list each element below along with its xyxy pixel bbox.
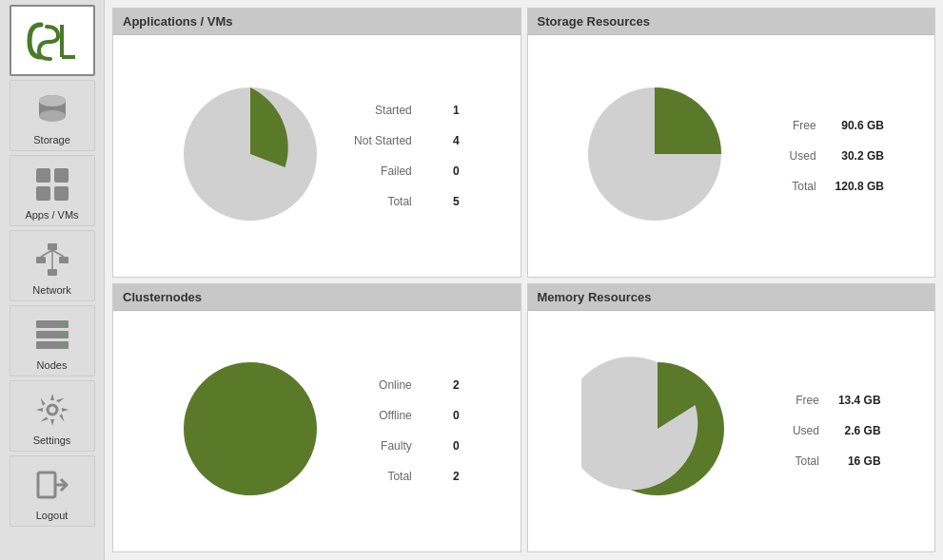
storage-body: Free 90.6 GB Used 30.2 GB Total 120.8 GB <box>528 35 935 277</box>
stat-memory-total: Total 16 GB <box>753 454 881 468</box>
settings-icon <box>29 387 75 433</box>
storage-icon <box>29 87 75 132</box>
storage-title: Storage Resources <box>528 9 935 35</box>
apps-vms-body: Started 1 Not Started 4 Failed 0 Total 5 <box>113 35 521 277</box>
memory-body: Free 13.4 GB Used 2.6 GB Total 16 GB <box>528 311 935 552</box>
stat-started: Started 1 <box>345 104 460 117</box>
stat-total-label: Total <box>345 195 412 208</box>
stat-not-started-label: Not Started <box>345 134 412 147</box>
stat-not-started: Not Started 4 <box>345 134 460 147</box>
svg-point-23 <box>48 405 57 415</box>
svg-rect-8 <box>36 186 50 201</box>
stat-storage-total-value: 120.8 GB <box>835 180 884 193</box>
stat-total-value: 5 <box>431 195 460 208</box>
sidebar-item-apps-vms[interactable]: Apps / VMs <box>10 155 95 226</box>
svg-rect-10 <box>48 243 57 250</box>
apps-vms-title: Applications / VMs <box>113 9 521 35</box>
nodes-icon <box>29 312 75 357</box>
svg-rect-13 <box>48 269 57 276</box>
stat-online-value: 2 <box>431 378 460 392</box>
stat-not-started-value: 4 <box>431 134 460 147</box>
stat-online: Online 2 <box>345 378 460 392</box>
sidebar-item-settings[interactable]: Settings <box>10 380 95 452</box>
svg-point-21 <box>61 333 65 337</box>
stat-offline-value: 0 <box>431 409 460 422</box>
stat-memory-used: Used 2.6 GB <box>753 424 881 437</box>
svg-point-22 <box>61 343 65 347</box>
svg-rect-6 <box>36 168 50 183</box>
sidebar: Storage Apps / VMs Networ <box>0 0 105 560</box>
svg-rect-11 <box>36 257 46 263</box>
logout-icon <box>29 462 75 508</box>
clusternodes-title: Clusternodes <box>113 284 521 311</box>
stat-cluster-total: Total 2 <box>345 470 460 483</box>
network-icon <box>29 237 75 282</box>
svg-point-20 <box>61 322 65 326</box>
svg-rect-9 <box>54 186 69 201</box>
svg-rect-24 <box>38 473 55 497</box>
stat-failed: Failed 0 <box>345 164 460 178</box>
stat-failed-label: Failed <box>345 164 412 178</box>
storage-chart-container: Free 90.6 GB Used 30.2 GB Total 120.8 GB <box>538 78 926 234</box>
stat-memory-free-value: 13.4 GB <box>838 394 881 407</box>
stat-storage-used-label: Used <box>750 149 816 163</box>
apps-vms-pie <box>174 78 326 234</box>
logo <box>10 5 95 76</box>
panel-apps-vms: Applications / VMs Started <box>112 8 521 278</box>
stat-cluster-total-label: Total <box>345 470 412 483</box>
apps-vms-icon <box>29 162 75 207</box>
stat-memory-total-label: Total <box>753 454 819 468</box>
svg-point-4 <box>39 110 66 122</box>
sidebar-item-storage[interactable]: Storage <box>10 80 95 151</box>
sidebar-settings-label: Settings <box>33 434 71 446</box>
stat-online-label: Online <box>345 378 412 392</box>
stat-storage-free-value: 90.6 GB <box>841 119 884 132</box>
stat-storage-total: Total 120.8 GB <box>750 180 884 193</box>
stat-started-label: Started <box>345 104 412 117</box>
stat-memory-total-value: 16 GB <box>848 454 881 468</box>
svg-rect-12 <box>59 257 69 263</box>
stat-faulty-value: 0 <box>431 439 460 453</box>
stat-memory-free-label: Free <box>753 394 819 407</box>
stat-memory-used-value: 2.6 GB <box>845 424 881 437</box>
apps-vms-stats: Started 1 Not Started 4 Failed 0 Total 5 <box>345 104 460 208</box>
sidebar-network-label: Network <box>32 284 70 296</box>
memory-stats: Free 13.4 GB Used 2.6 GB Total 16 GB <box>753 394 881 468</box>
sidebar-item-logout[interactable]: Logout <box>10 455 95 527</box>
stat-faulty: Faulty 0 <box>345 439 460 453</box>
clusternodes-pie <box>174 353 326 509</box>
stat-storage-used: Used 30.2 GB <box>750 149 884 163</box>
stat-storage-used-value: 30.2 GB <box>841 149 884 163</box>
sidebar-item-nodes[interactable]: Nodes <box>10 305 95 377</box>
stat-offline: Offline 0 <box>345 409 460 422</box>
stat-storage-free-label: Free <box>750 119 816 132</box>
panel-clusternodes: Clusternodes Online 2 Offline 0 <box>112 283 521 553</box>
stat-offline-label: Offline <box>345 409 412 422</box>
stat-memory-free: Free 13.4 GB <box>753 394 881 407</box>
panel-memory: Memory Resources Free 13.4 GB <box>527 283 936 553</box>
sidebar-item-network[interactable]: Network <box>10 230 95 301</box>
stat-cluster-total-value: 2 <box>431 470 460 483</box>
stat-started-value: 1 <box>431 104 460 117</box>
storage-stats: Free 90.6 GB Used 30.2 GB Total 120.8 GB <box>750 119 884 193</box>
stat-faulty-label: Faulty <box>345 439 412 453</box>
stat-storage-total-label: Total <box>750 180 816 193</box>
clusternodes-body: Online 2 Offline 0 Faulty 0 Total 2 <box>113 311 521 552</box>
sidebar-apps-vms-label: Apps / VMs <box>25 209 78 221</box>
svg-line-15 <box>52 250 64 257</box>
stat-memory-used-label: Used <box>753 424 819 437</box>
stat-total: Total 5 <box>345 195 460 208</box>
main-content: Applications / VMs Started <box>105 0 943 560</box>
memory-chart-container: Free 13.4 GB Used 2.6 GB Total 16 GB <box>538 353 926 509</box>
svg-point-5 <box>39 95 66 106</box>
sidebar-nodes-label: Nodes <box>37 359 68 371</box>
svg-point-28 <box>184 362 317 495</box>
apps-vms-chart-container: Started 1 Not Started 4 Failed 0 Total 5 <box>123 78 511 234</box>
clusternodes-chart-container: Online 2 Offline 0 Faulty 0 Total 2 <box>123 353 511 509</box>
svg-rect-7 <box>54 168 69 183</box>
stat-failed-value: 0 <box>431 164 460 178</box>
sidebar-storage-label: Storage <box>33 134 70 145</box>
panel-storage: Storage Resources Free 90.6 GB <box>527 8 936 278</box>
storage-pie <box>579 78 731 234</box>
memory-title: Memory Resources <box>528 284 935 311</box>
